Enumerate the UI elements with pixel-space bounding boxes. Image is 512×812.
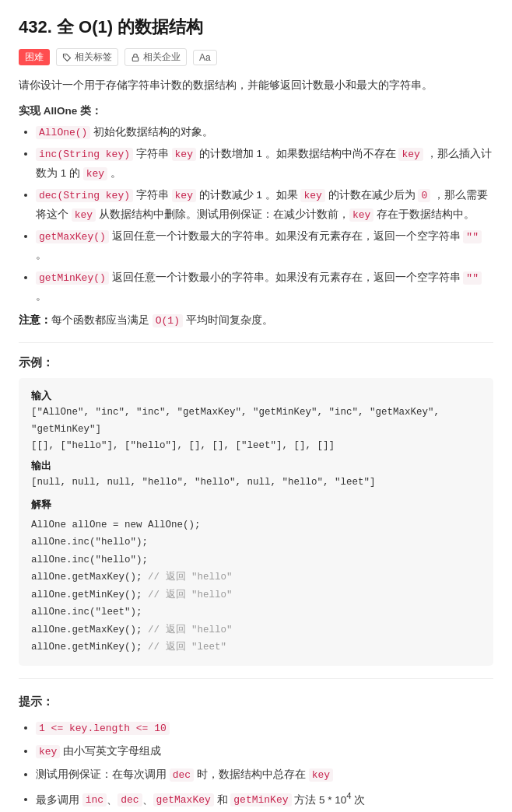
output-label: 输出: [31, 460, 51, 471]
method-allone-sig: AllOne(): [36, 126, 90, 139]
tags-row: 困难 相关标签 相关企业 Aa: [19, 48, 493, 66]
description: 请你设计一个用于存储字符串计数的数据结构，并能够返回计数最小和最大的字符串。: [19, 77, 493, 95]
related-tags-btn[interactable]: 相关标签: [56, 48, 118, 66]
method-getminkey-sig: getMinKey(): [36, 271, 109, 285]
hint-1: 1 <= key.length <= 10: [36, 717, 493, 739]
related-tags-label: 相关标签: [75, 51, 112, 64]
method-inc: inc(String key) 字符串 key 的计数增加 1 。如果数据结构中…: [36, 145, 493, 183]
output-value: [null, null, null, "hello", "hello", nul…: [31, 474, 481, 491]
input-label: 输入: [31, 390, 51, 401]
explain-line-5: allOne.getMinKey(); // 返回 "hello": [31, 586, 481, 604]
method-dec: dec(String key) 字符串 key 的计数减少 1 。如果 key …: [36, 186, 493, 224]
explain-line-4: allOne.getMaxKey(); // 返回 "hello": [31, 569, 481, 586]
page-title: 432. 全 O(1) 的数据结构: [19, 16, 493, 39]
method-getmaxkey: getMaxKey() 返回任意一个计数最大的字符串。如果没有元素存在，返回一个…: [36, 227, 493, 265]
output-block: 输出 [null, null, null, "hello", "hello", …: [31, 457, 481, 491]
explain-line-7: allOne.getMaxKey(); // 返回 "hello": [31, 621, 481, 639]
explain-line-2: allOne.inc("hello");: [31, 534, 481, 551]
input-block: 输入 ["AllOne", "inc", "inc", "getMaxKey",…: [31, 387, 481, 454]
input-value: ["AllOne", "inc", "inc", "getMaxKey", "g…: [31, 404, 481, 454]
note: 注意：每个函数都应当满足 O(1) 平均时间复杂度。: [19, 312, 493, 330]
method-getmaxkey-sig: getMaxKey(): [36, 230, 109, 243]
method-inc-sig: inc(String key): [36, 148, 133, 161]
example-title: 示例：: [19, 355, 493, 370]
explain-line-6: allOne.inc("leet");: [31, 604, 481, 621]
hint-3: 测试用例保证：在每次调用 dec 时，数据结构中总存在 key: [36, 764, 493, 786]
related-companies-label: 相关企业: [143, 51, 181, 64]
hint-4: 最多调用 inc、dec、getMaxKey 和 getMinKey 方法 5 …: [36, 787, 493, 811]
method-allone: AllOne() 初始化数据结构的对象。: [36, 123, 493, 142]
hints-list: 1 <= key.length <= 10 key 由小写英文字母组成 测试用例…: [19, 717, 493, 811]
explain-block: 解释 AllOne allOne = new AllOne(); allOne.…: [31, 496, 481, 656]
explain-label: 解释: [31, 499, 51, 510]
difficulty-badge[interactable]: 困难: [19, 49, 50, 65]
font-size-btn[interactable]: Aa: [193, 50, 217, 65]
method-list: AllOne() 初始化数据结构的对象。 inc(String key) 字符串…: [19, 123, 493, 306]
method-allone-desc: 初始化数据结构的对象。: [93, 126, 213, 138]
related-companies-btn[interactable]: 相关企业: [124, 48, 187, 66]
lock-icon: [131, 53, 140, 62]
example-box: 输入 ["AllOne", "inc", "inc", "getMaxKey",…: [19, 378, 493, 665]
svg-rect-1: [132, 57, 139, 61]
explain-line-8: allOne.getMinKey(); // 返回 "leet": [31, 639, 481, 656]
example-section: 示例： 输入 ["AllOne", "inc", "inc", "getMaxK…: [19, 355, 493, 665]
font-size-icon: Aa: [199, 52, 211, 63]
svg-point-0: [65, 55, 66, 57]
implement-label: 实现 AllOne 类：: [19, 104, 493, 118]
divider-1: [19, 342, 493, 343]
explain-line-1: AllOne allOne = new AllOne();: [31, 516, 481, 534]
divider-2: [19, 678, 493, 679]
method-getminkey: getMinKey() 返回任意一个计数最小的字符串。如果没有元素存在，返回一个…: [36, 268, 493, 306]
hints-section: 提示： 1 <= key.length <= 10 key 由小写英文字母组成 …: [19, 695, 493, 811]
tag-icon: [62, 53, 72, 62]
explain-line-3: allOne.inc("hello");: [31, 551, 481, 569]
explain-code: AllOne allOne = new AllOne(); allOne.inc…: [31, 516, 481, 656]
method-dec-sig: dec(String key): [36, 189, 133, 202]
hint-2: key 由小写英文字母组成: [36, 740, 493, 762]
hints-title: 提示：: [19, 695, 493, 709]
